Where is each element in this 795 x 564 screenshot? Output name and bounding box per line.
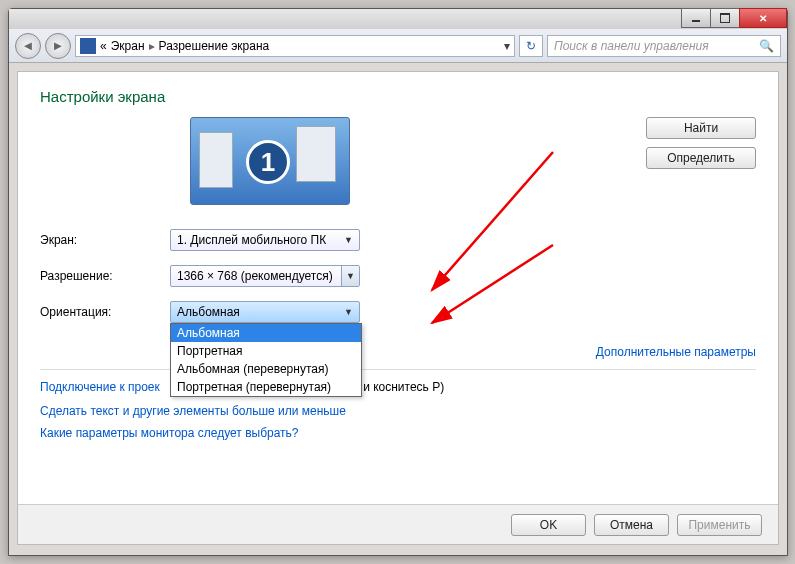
resolution-row: Разрешение: 1366 × 768 (рекомендуется) ▼ [40, 265, 756, 287]
which-params-link[interactable]: Какие параметры монитора следует выбрать… [40, 426, 756, 440]
chevron-down-icon: ▼ [344, 235, 353, 245]
window-buttons [682, 8, 787, 28]
navigation-bar: ◄ ► « Экран ▸ Разрешение экрана ▾ ↻ Поис… [9, 29, 787, 63]
breadcrumb-item[interactable]: Разрешение экрана [159, 39, 270, 53]
divider [40, 369, 756, 370]
detect-button[interactable]: Определить [646, 147, 756, 169]
monitor-number: 1 [246, 140, 290, 184]
ok-button[interactable]: OK [511, 514, 586, 536]
orientation-dropdown-list: Альбомная Портретная Альбомная (переверн… [170, 323, 362, 397]
orientation-dropdown[interactable]: Альбомная ▼ Альбомная Портретная Альбомн… [170, 301, 360, 323]
orientation-option[interactable]: Альбомная (перевернутая) [171, 360, 361, 378]
control-panel-icon [80, 38, 96, 54]
maximize-button[interactable] [710, 8, 740, 28]
minimize-button[interactable] [681, 8, 711, 28]
find-button[interactable]: Найти [646, 117, 756, 139]
orientation-option[interactable]: Альбомная [171, 324, 361, 342]
projector-link[interactable]: Подключение к проек [40, 380, 160, 394]
resolution-value: 1366 × 768 (рекомендуется) [177, 269, 333, 283]
preview-window-icon [296, 126, 336, 182]
orientation-label: Ориентация: [40, 305, 170, 319]
apply-button[interactable]: Применить [677, 514, 762, 536]
monitor-preview-row: 1 Найти Определить [40, 117, 756, 205]
back-button[interactable]: ◄ [15, 33, 41, 59]
advanced-link-row: Дополнительные параметры [40, 345, 756, 359]
content-pane: Настройки экрана 1 Найти Определить Экра… [17, 71, 779, 545]
search-icon[interactable]: 🔍 [759, 39, 774, 53]
breadcrumb-item[interactable]: Экран [111, 39, 145, 53]
breadcrumb-dropdown-icon[interactable]: ▾ [504, 39, 510, 53]
screen-dropdown[interactable]: 1. Дисплей мобильного ПК ▼ [170, 229, 360, 251]
search-placeholder: Поиск в панели управления [554, 39, 709, 53]
side-buttons: Найти Определить [646, 117, 756, 169]
breadcrumb[interactable]: « Экран ▸ Разрешение экрана ▾ [75, 35, 515, 57]
orientation-option[interactable]: Портретная (перевернутая) [171, 378, 361, 396]
window-frame: ◄ ► « Экран ▸ Разрешение экрана ▾ ↻ Поис… [8, 8, 788, 556]
close-button[interactable] [739, 8, 787, 28]
breadcrumb-prefix: « [100, 39, 107, 53]
orientation-option[interactable]: Портретная [171, 342, 361, 360]
search-input[interactable]: Поиск в панели управления 🔍 [547, 35, 781, 57]
screen-row: Экран: 1. Дисплей мобильного ПК ▼ [40, 229, 756, 251]
advanced-params-link[interactable]: Дополнительные параметры [596, 345, 756, 359]
projector-suffix: и коснитесь P) [363, 380, 444, 394]
text-size-link[interactable]: Сделать текст и другие элементы больше и… [40, 404, 756, 418]
refresh-button[interactable]: ↻ [519, 35, 543, 57]
monitor-preview[interactable]: 1 [190, 117, 350, 205]
titlebar[interactable] [9, 9, 787, 29]
chevron-down-icon: ▼ [344, 307, 353, 317]
screen-label: Экран: [40, 233, 170, 247]
page-title: Настройки экрана [40, 88, 756, 105]
resolution-label: Разрешение: [40, 269, 170, 283]
forward-button[interactable]: ► [45, 33, 71, 59]
chevron-down-icon: ▼ [341, 266, 359, 286]
projector-link-row: Подключение к проек и коснитесь P) [40, 380, 756, 394]
orientation-value: Альбомная [177, 305, 240, 319]
orientation-row: Ориентация: Альбомная ▼ Альбомная Портре… [40, 301, 756, 323]
breadcrumb-separator-icon: ▸ [149, 39, 155, 53]
preview-window-icon [199, 132, 233, 188]
screen-value: 1. Дисплей мобильного ПК [177, 233, 326, 247]
cancel-button[interactable]: Отмена [594, 514, 669, 536]
dialog-button-bar: OK Отмена Применить [18, 504, 778, 544]
resolution-dropdown[interactable]: 1366 × 768 (рекомендуется) ▼ [170, 265, 360, 287]
